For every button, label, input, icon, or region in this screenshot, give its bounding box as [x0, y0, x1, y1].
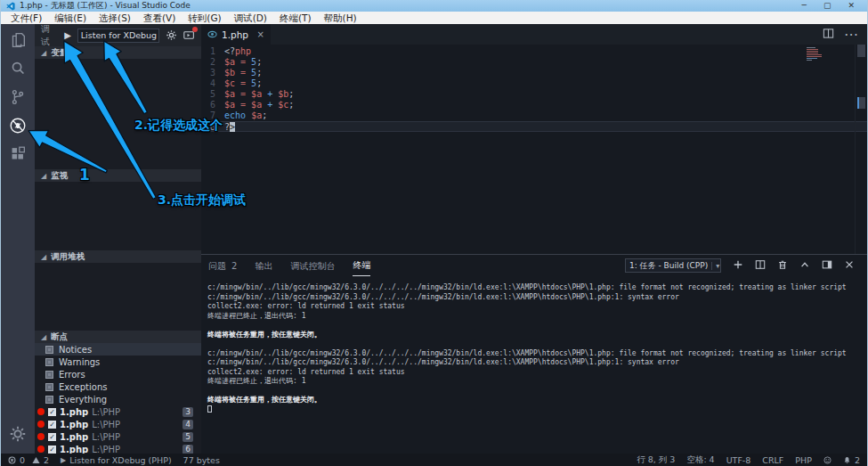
extensions-icon[interactable] [7, 143, 28, 165]
kill-terminal-trash-icon[interactable] [777, 259, 788, 272]
breakpoint-line-badge: 4 [183, 420, 193, 429]
checkbox-checked-icon[interactable]: ✓ [48, 408, 56, 416]
variables-panel[interactable] [35, 59, 201, 169]
checkbox-unchecked-icon[interactable] [45, 371, 53, 379]
terminal-cursor [207, 405, 212, 413]
notifications-bell[interactable]: 2 [843, 455, 860, 465]
cursor-position-status[interactable]: 行 8, 列 3 [637, 454, 675, 466]
search-icon[interactable] [7, 58, 28, 79]
breakpoint-row[interactable]: ✓1.phpL:\PHP4 [35, 418, 201, 430]
minimap-mark [807, 60, 812, 61]
split-editor-icon[interactable] [823, 26, 834, 43]
feedback-smiley-icon[interactable] [823, 456, 831, 464]
terminal-line: collect2.exe: error: ld returned 1 exit … [207, 302, 867, 312]
close-panel-icon[interactable] [844, 259, 855, 272]
debug-settings-gear-icon[interactable] [166, 29, 177, 41]
line-number[interactable]: 6 [201, 100, 224, 110]
code-token: echo [224, 110, 246, 120]
debug-console-icon[interactable] [183, 29, 195, 41]
panel-tab-problems[interactable]: 问题2 [208, 256, 237, 276]
debug-status[interactable]: ▶ Listen for XDebug (PHP) [61, 455, 172, 465]
scrollbar-thumb[interactable] [857, 97, 865, 109]
checkbox-unchecked-icon[interactable] [45, 346, 53, 354]
terminal-content[interactable]: c:/mingw/bin/../lib/gcc/mingw32/6.3.0/..… [201, 276, 867, 454]
new-terminal-icon[interactable] [733, 259, 743, 272]
checkbox-unchecked-icon[interactable] [45, 383, 53, 391]
indentation-status[interactable]: 空格: 4 [686, 454, 714, 466]
code-token: $c [224, 78, 235, 88]
menu-item[interactable]: 选择(S) [93, 12, 137, 24]
checkbox-unchecked-icon[interactable] [45, 358, 53, 366]
minimize-button[interactable]: ─ [802, 0, 807, 12]
terminal-line: c:/mingw/bin/../lib/gcc/mingw32/6.3.0/..… [207, 358, 867, 368]
eol-status[interactable]: CRLF [762, 455, 783, 465]
menu-item[interactable]: 调试(D) [228, 12, 273, 24]
more-actions-icon[interactable]: ⋯ [844, 26, 858, 43]
source-control-icon[interactable] [7, 86, 28, 108]
menu-item[interactable]: 查看(V) [137, 12, 182, 24]
editor-scrollbar[interactable] [855, 45, 867, 254]
breakpoint-filter-row[interactable]: Warnings [35, 356, 201, 368]
breakpoint-path: L:\PHP [92, 420, 120, 429]
section-header-variables[interactable]: ◢ 变量 [35, 46, 201, 59]
maximize-panel-chevron-icon[interactable] [799, 259, 810, 272]
line-number[interactable]: 3 [201, 68, 224, 78]
debug-icon[interactable] [7, 115, 28, 136]
menu-item[interactable]: 帮助(H) [318, 12, 363, 24]
tab-label: 1.php [222, 29, 248, 40]
checkbox-checked-icon[interactable]: ✓ [48, 433, 56, 441]
scrollbar-thumb[interactable] [857, 45, 865, 57]
settings-gear-icon[interactable] [7, 423, 28, 445]
breakpoint-row[interactable]: ✓1.phpL:\PHP5 [35, 430, 201, 443]
breakpoint-filter-row[interactable]: Exceptions [35, 380, 201, 393]
collapse-caret-icon: ◢ [41, 172, 46, 180]
menu-item[interactable]: 转到(G) [182, 12, 227, 24]
panel-tab-output[interactable]: 输出 [255, 256, 272, 276]
code-token: ; [288, 89, 294, 99]
terminal-task-dropdown[interactable]: 1: 任务 - Build (CPP) ▾ [625, 258, 721, 273]
tab-close-icon[interactable]: × [257, 29, 264, 39]
code-token: $c [278, 100, 288, 110]
breakpoint-file: 1.php [60, 432, 88, 442]
explorer-icon[interactable] [7, 29, 28, 51]
code-token: $a [224, 57, 235, 67]
section-header-watch[interactable]: ◢ 监视 [35, 169, 201, 182]
breakpoint-filter-row[interactable]: Notices [35, 343, 201, 356]
split-terminal-icon[interactable] [755, 259, 766, 272]
watch-panel[interactable] [35, 182, 201, 250]
checkbox-checked-icon[interactable]: ✓ [48, 446, 56, 454]
debug-config-dropdown[interactable]: Listen for XDebug (PHI ▾ [77, 29, 159, 43]
panel-tab-debug-console[interactable]: 调试控制台 [290, 256, 335, 276]
language-mode-status[interactable]: PHP [795, 455, 812, 465]
line-number[interactable]: 5 [201, 89, 224, 100]
section-header-call-stack[interactable]: ◢ 调用堆栈 [35, 250, 201, 263]
window-title: 1.php - 无标题 (工作区) - Visual Studio Code [20, 0, 191, 12]
breakpoint-row[interactable]: ✓1.phpL:\PHP3 [35, 405, 201, 418]
line-number[interactable]: 7 [201, 110, 224, 121]
line-number[interactable]: 2 [201, 57, 224, 68]
panel-tab-terminal[interactable]: 终端 [353, 256, 370, 276]
checkbox-checked-icon[interactable]: ✓ [48, 421, 56, 429]
maximize-button[interactable]: ▢ [823, 0, 831, 12]
line-number[interactable]: 1 [201, 46, 224, 57]
terminal-line [207, 339, 867, 349]
section-header-breakpoints[interactable]: ◢ 断点 [35, 331, 201, 343]
breakpoint-filter-row[interactable]: Everything [35, 393, 201, 405]
code-editor[interactable]: 1<?php2$a = 5;3$b = 5;4$c = 5;5$a = $a +… [201, 45, 867, 254]
menu-item[interactable]: 终端(T) [273, 12, 318, 24]
call-stack-panel[interactable] [35, 263, 201, 331]
tab-1php[interactable]: 1.php × [201, 24, 271, 45]
checkbox-unchecked-icon[interactable] [45, 396, 53, 404]
close-button[interactable]: ✕ [848, 0, 855, 12]
breakpoint-row[interactable]: ✓1.phpL:\PHP6 [35, 443, 201, 454]
start-debug-button[interactable]: ▶ [64, 31, 71, 40]
breakpoint-filter-row[interactable]: Errors [35, 368, 201, 380]
encoding-status[interactable]: UTF-8 [726, 455, 751, 465]
problems-status[interactable]: 0 2 [8, 455, 49, 465]
vscode-window: 1.php - 无标题 (工作区) - Visual Studio Code ─… [0, 0, 868, 466]
line-number[interactable]: 8 [201, 122, 224, 131]
toggle-panel-icon[interactable] [822, 259, 832, 272]
line-number[interactable]: 4 [201, 78, 224, 89]
code-token: = [235, 89, 251, 99]
minimap[interactable] [807, 47, 828, 61]
